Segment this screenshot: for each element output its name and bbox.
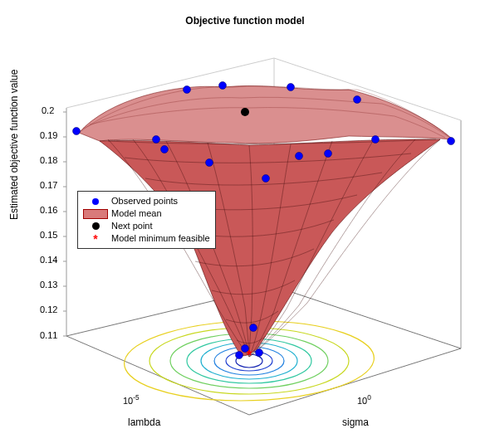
svg-point-21 — [73, 128, 81, 135]
svg-point-27 — [354, 96, 361, 104]
legend-label: Observed points — [111, 195, 178, 207]
svg-point-29 — [448, 138, 455, 145]
svg-point-34 — [250, 324, 257, 332]
svg-point-31 — [325, 150, 332, 158]
axes-3d[interactable]: * — [0, 0, 490, 448]
svg-point-23 — [219, 82, 227, 90]
legend-item-next-point: Next point — [83, 220, 210, 232]
svg-point-32 — [206, 159, 213, 167]
legend-item-observed: Observed points — [83, 195, 210, 207]
svg-point-22 — [184, 86, 191, 94]
dot-icon — [92, 198, 99, 205]
svg-point-25 — [161, 146, 169, 153]
legend-item-model-mean: Model mean — [83, 207, 210, 220]
svg-point-26 — [287, 84, 295, 91]
legend-label: Next point — [111, 220, 153, 232]
svg-point-30 — [296, 153, 303, 160]
dot-icon — [92, 222, 100, 230]
legend-label: Model mean — [111, 207, 162, 220]
next-point-marker — [241, 108, 249, 116]
svg-point-28 — [372, 136, 380, 144]
figure-root: Objective function model 0.11 0.12 0.13 … — [0, 0, 490, 448]
legend-item-min-feasible: * Model minimum feasible — [83, 232, 210, 245]
legend-label: Model minimum feasible — [111, 232, 210, 245]
legend: Observed points Model mean Next point * … — [77, 191, 216, 249]
svg-point-33 — [262, 175, 270, 183]
svg-point-36 — [236, 352, 243, 359]
min-feasible-marker: * — [247, 348, 252, 363]
svg-point-37 — [256, 349, 263, 357]
svg-point-24 — [153, 136, 160, 144]
star-icon: * — [93, 234, 97, 244]
patch-icon — [83, 209, 108, 219]
